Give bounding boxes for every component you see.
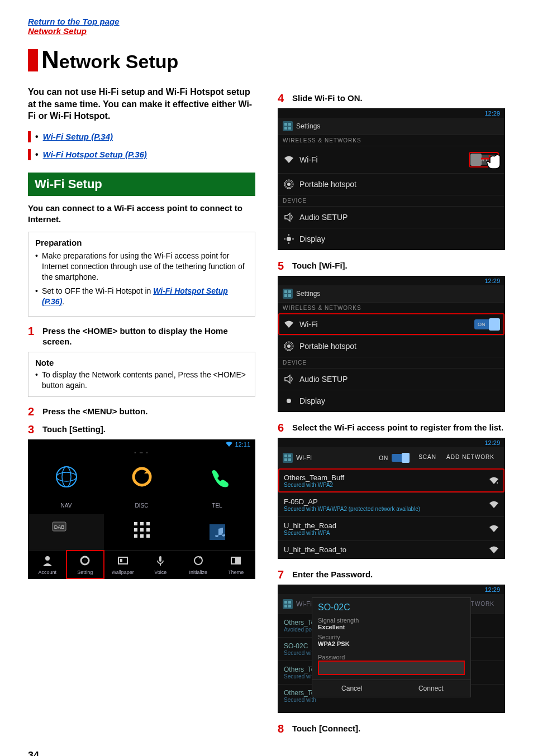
wifi-signal-icon xyxy=(489,546,499,554)
svg-rect-15 xyxy=(146,534,150,538)
wifi-entry-0[interactable]: Others_Team_BuffSecured with WPA2 xyxy=(278,468,505,492)
row-audio[interactable]: Audio SETUP xyxy=(278,206,505,228)
password-input[interactable] xyxy=(318,661,465,675)
row-wifi[interactable]: Wi-Fi OFF xyxy=(278,146,505,173)
wifi-entry-1[interactable]: F-05D_APSecured with WPA/WPA2 (protected… xyxy=(278,492,505,516)
header-wireless: WIRELESS & NETWORKS xyxy=(278,302,505,313)
link-wifi-setup-anchor[interactable]: Wi-Fi Setup (P.34) xyxy=(43,132,113,141)
svg-text:DAB: DAB xyxy=(54,524,64,530)
svg-point-19 xyxy=(84,559,86,562)
bottom-theme[interactable]: Theme xyxy=(217,551,255,578)
bottom-account[interactable]: Account xyxy=(28,551,66,578)
step-2: 2 Press the <MENU> button. xyxy=(28,406,255,417)
svg-rect-13 xyxy=(134,534,137,538)
intro-paragraph: You can not use Hi-Fi setup and Wi-Fi Ho… xyxy=(28,86,255,122)
app-refresh[interactable] xyxy=(104,459,179,495)
preparation-title: Preparation xyxy=(35,238,248,247)
link-wifi-hotspot-anchor[interactable]: Wi-Fi Hotspot Setup (P.36) xyxy=(43,150,147,159)
wifi-toggle-on[interactable]: ON xyxy=(474,319,499,329)
svg-rect-20 xyxy=(118,557,127,564)
note-text: To display the Network contents panel, P… xyxy=(35,370,248,391)
header-links: Return to the Top page Network Setup xyxy=(28,17,505,36)
app-disc[interactable]: DISC xyxy=(104,495,179,514)
section-lead: You can connect to a Wi-Fi access point … xyxy=(28,203,255,226)
hotspot-icon xyxy=(284,179,294,189)
add-network-button[interactable]: ADD NETWORK xyxy=(446,454,494,462)
wifi-title: Wi-Fi xyxy=(296,454,312,462)
svg-rect-10 xyxy=(134,528,137,532)
wallpaper-icon xyxy=(117,555,129,566)
app-tel[interactable]: TEL xyxy=(179,495,255,514)
app-apps[interactable] xyxy=(104,514,179,550)
header-device: DEVICE xyxy=(278,195,505,206)
row-audio[interactable]: Audio SETUP xyxy=(278,368,505,390)
row-display[interactable]: Display xyxy=(278,228,505,250)
svg-point-35 xyxy=(287,344,291,348)
speaker-icon xyxy=(284,212,294,222)
clock: 12:29 xyxy=(484,110,500,117)
wifi-icon xyxy=(284,155,294,165)
bottom-voice[interactable]: Voice xyxy=(142,551,180,578)
gear-icon xyxy=(79,555,91,566)
page-title: Network Setup xyxy=(28,46,505,74)
app-dab[interactable]: DAB xyxy=(28,514,104,550)
app-phone[interactable] xyxy=(179,459,255,495)
title-accent-bar xyxy=(28,49,38,71)
prep-item-1: Make preparations for using the Wi-Fi ac… xyxy=(35,251,248,283)
prep-item-2: Set to OFF the Wi-Fi Hotspot in Wi-Fi Ho… xyxy=(35,286,248,307)
wifi-entry-2[interactable]: U_hit_the_RoadSecured with WPA xyxy=(278,516,505,540)
settings-grid-icon xyxy=(283,599,293,609)
screenshot-settings-off: 12:29 Settings WIRELESS & NETWORKS Wi-Fi… xyxy=(278,108,505,250)
person-icon xyxy=(42,555,53,566)
dialog-cancel-button[interactable]: Cancel xyxy=(312,680,392,697)
svg-point-30 xyxy=(287,237,291,241)
dialog-connect-button[interactable]: Connect xyxy=(392,680,471,697)
screenshot-password-dialog: 12:29 Wi-Fi ADD NETWORK Others_TeaAvoide… xyxy=(278,585,505,713)
svg-rect-40 xyxy=(497,482,498,484)
link-network-setup[interactable]: Network Setup xyxy=(28,26,505,36)
row-hotspot[interactable]: Portable hotspot xyxy=(278,173,505,195)
step-7: 7 Enter the Password. xyxy=(278,569,505,580)
row-wifi-highlighted[interactable]: Wi-Fi ON xyxy=(278,313,505,335)
svg-point-38 xyxy=(287,399,291,403)
svg-point-2 xyxy=(62,467,71,487)
svg-rect-7 xyxy=(134,522,137,525)
wifi-signal-icon xyxy=(489,501,499,509)
row-hotspot[interactable]: Portable hotspot xyxy=(278,335,505,357)
dialog-ssid: SO-02C xyxy=(312,598,470,617)
svg-rect-14 xyxy=(140,534,144,538)
preparation-box: Preparation Make preparations for using … xyxy=(28,232,255,316)
wifi-connect-dialog: SO-02C Signal strength Excellent Securit… xyxy=(312,597,471,697)
wifi-switch[interactable]: ON xyxy=(379,454,408,462)
link-wifi-setup: • Wi-Fi Setup (P.34) xyxy=(28,131,255,142)
pager-dots: • ━ • xyxy=(28,449,255,459)
app-nav[interactable]: NAV xyxy=(28,495,104,514)
step-3: 3 Touch [Setting]. xyxy=(28,424,255,435)
bottom-initialize[interactable]: Initialize xyxy=(179,551,217,578)
app-globe[interactable] xyxy=(28,459,104,495)
theme-icon xyxy=(230,555,241,566)
hotspot-icon xyxy=(284,341,294,351)
scan-button[interactable]: SCAN xyxy=(418,454,436,462)
svg-rect-26 xyxy=(235,557,240,564)
svg-rect-12 xyxy=(146,528,150,532)
speaker-icon xyxy=(284,374,294,384)
clock: 12:29 xyxy=(484,586,500,593)
row-display[interactable]: Display xyxy=(278,390,505,412)
bottom-wallpaper[interactable]: Wallpaper xyxy=(104,551,142,578)
svg-rect-8 xyxy=(140,522,144,525)
svg-rect-9 xyxy=(146,522,150,525)
svg-rect-22 xyxy=(159,556,161,562)
header-device: DEVICE xyxy=(278,357,505,368)
clock: 12:11 xyxy=(235,441,250,448)
link-top-page[interactable]: Return to the Top page xyxy=(28,17,505,26)
wifi-entry-3[interactable]: U_hit_the_Road_to xyxy=(278,540,505,558)
svg-point-17 xyxy=(45,556,50,561)
section-wifi-setup: Wi-Fi Setup xyxy=(28,173,255,196)
bottom-setting[interactable]: Setting xyxy=(66,551,104,578)
app-music[interactable] xyxy=(179,514,255,550)
title-dropcap: N xyxy=(41,46,59,73)
clock: 12:29 xyxy=(484,277,500,284)
header-wireless: WIRELESS & NETWORKS xyxy=(278,135,505,146)
svg-rect-21 xyxy=(120,559,122,562)
